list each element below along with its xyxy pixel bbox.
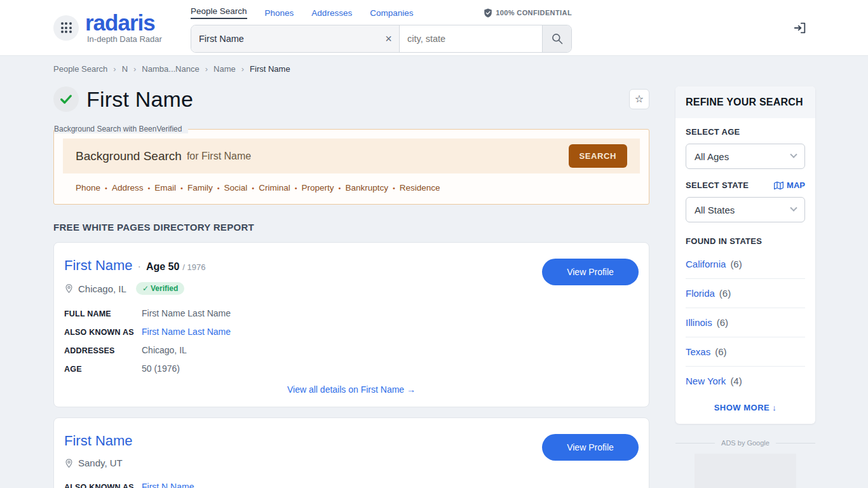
- location-search-input[interactable]: [400, 25, 542, 52]
- aka-link[interactable]: First Name Last Name: [142, 327, 231, 337]
- banner-subtitle: for First Name: [187, 151, 251, 162]
- aka-link[interactable]: First N Name: [142, 482, 194, 488]
- banner-link-criminal[interactable]: Criminal: [259, 183, 301, 193]
- person-location: Sandy, UT: [78, 458, 123, 468]
- confidential-label: 100% CONFIDENTIAL: [496, 9, 572, 17]
- banner-link-residence[interactable]: Residence: [400, 183, 440, 193]
- breadcrumb: People Search N Namba...Nance Name First…: [0, 56, 868, 74]
- state-item-illinois: Illinois (6): [686, 308, 805, 337]
- logo-tagline: In-depth Data Radar: [87, 34, 162, 44]
- main-nav: People Search Phones Addresses Companies…: [191, 5, 572, 20]
- banner-title: Background Search: [76, 149, 182, 163]
- found-in-states-label: FOUND IN STATES: [686, 236, 805, 246]
- breadcrumb-people-search[interactable]: People Search: [53, 64, 122, 74]
- banner-link-social[interactable]: Social: [224, 183, 259, 193]
- state-list: California (6) Florida (6) Illinois (6) …: [686, 250, 805, 395]
- star-icon: ☆: [635, 94, 644, 104]
- refine-search-panel: REFINE YOUR SEARCH SELECT AGE All Ages S…: [675, 86, 815, 424]
- banner-link-address[interactable]: Address: [112, 183, 154, 193]
- ad-placeholder: [695, 454, 796, 488]
- detail-row-also-known-as: ALSO KNOWN AS First N Name: [64, 482, 639, 488]
- login-icon: [793, 21, 807, 35]
- search-icon: [551, 32, 564, 45]
- favorite-button[interactable]: ☆: [629, 89, 649, 109]
- section-heading: FREE WHITE PAGES DIRECTORY REPORT: [53, 222, 649, 233]
- person-name-link[interactable]: First Name: [64, 433, 133, 449]
- state-select[interactable]: All States: [686, 197, 805, 222]
- name-search-input[interactable]: [191, 25, 378, 52]
- confidential-badge: 100% CONFIDENTIAL: [484, 8, 572, 18]
- page-title-row: First Name ☆: [53, 86, 649, 112]
- breadcrumb-name[interactable]: Name: [214, 64, 250, 74]
- chevron-down-icon: [790, 205, 797, 212]
- ads-divider: ADS by Google: [675, 439, 815, 447]
- view-profile-button[interactable]: View Profile: [542, 259, 639, 285]
- logo-text[interactable]: radaris: [85, 12, 162, 34]
- banner-search-button[interactable]: SEARCH: [569, 144, 628, 168]
- age-select[interactable]: All Ages: [686, 144, 805, 169]
- banner-link-phone[interactable]: Phone: [76, 183, 112, 193]
- header-search-area: People Search Phones Addresses Companies…: [191, 5, 572, 53]
- banner-link-bankruptcy[interactable]: Bankruptcy: [345, 183, 399, 193]
- banner-legend: Background Search with BeenVerified: [54, 125, 188, 133]
- state-item-new-york: New York (4): [686, 367, 805, 395]
- banner-link-property[interactable]: Property: [302, 183, 346, 193]
- state-item-texas: Texas (6): [686, 337, 805, 367]
- view-profile-button[interactable]: View Profile: [542, 434, 639, 461]
- banner-category-links: PhoneAddressEmailFamilySocialCriminalPro…: [63, 173, 640, 196]
- chevron-down-icon: [790, 151, 797, 158]
- detail-row-also-known-as: ALSO KNOWN AS First Name Last Name: [64, 327, 639, 337]
- state-item-california: California (6): [686, 250, 805, 279]
- logo[interactable]: radaris In-depth Data Radar: [53, 0, 162, 55]
- map-link[interactable]: MAP: [774, 180, 805, 190]
- check-icon: ✓: [142, 284, 149, 293]
- breadcrumb-range[interactable]: Namba...Nance: [142, 64, 214, 74]
- nav-tab-companies[interactable]: Companies: [370, 8, 413, 18]
- clear-search-icon[interactable]: ×: [378, 25, 400, 52]
- page-title: First Name: [86, 87, 193, 112]
- person-name-link[interactable]: First Name: [64, 257, 133, 274]
- nav-tab-addresses[interactable]: Addresses: [311, 8, 352, 18]
- ads-label: ADS by Google: [721, 439, 770, 447]
- person-age: Age 50: [146, 261, 179, 273]
- detail-row-full-name: FULL NAME First Name Last Name: [64, 308, 639, 318]
- select-age-label: SELECT AGE: [686, 127, 805, 137]
- detail-row-addresses: ADDRESSES Chicago, IL: [64, 345, 639, 355]
- location-pin-icon: [64, 283, 74, 294]
- person-location: Chicago, IL: [78, 283, 126, 294]
- banner-link-email[interactable]: Email: [154, 183, 187, 193]
- login-button[interactable]: [793, 21, 807, 35]
- result-card: First Name View Profile Sandy, UT ALSO K…: [53, 417, 649, 488]
- result-card: First Name · Age 50 / 1976 View Profile …: [53, 242, 649, 407]
- verified-check-icon: [53, 86, 79, 112]
- refine-search-title: REFINE YOUR SEARCH: [686, 97, 805, 108]
- view-all-details-link[interactable]: View all details on First Name →: [287, 384, 416, 395]
- arrow-right-icon: →: [407, 384, 416, 395]
- header: radaris In-depth Data Radar People Searc…: [0, 0, 868, 56]
- banner-link-family[interactable]: Family: [187, 183, 224, 193]
- breadcrumb-n[interactable]: N: [122, 64, 142, 74]
- breadcrumb-current: First Name: [250, 64, 290, 74]
- apps-grid-icon[interactable]: [53, 15, 79, 41]
- search-bar: ×: [191, 25, 572, 53]
- person-birth-year: / 1976: [182, 262, 205, 272]
- show-more-button[interactable]: SHOW MORE ↓: [686, 398, 805, 414]
- background-search-banner: Background Search with BeenVerified Back…: [53, 129, 649, 205]
- verified-badge: ✓Verified: [136, 282, 184, 295]
- map-icon: [774, 181, 783, 190]
- nav-tab-phones[interactable]: Phones: [265, 8, 294, 18]
- nav-tab-people-search[interactable]: People Search: [191, 6, 247, 19]
- detail-row-age: AGE 50 (1976): [64, 363, 639, 374]
- select-state-label: SELECT STATE: [686, 180, 749, 190]
- location-pin-icon: [64, 458, 74, 468]
- shield-check-icon: [484, 8, 492, 18]
- search-submit-button[interactable]: [542, 25, 571, 52]
- state-item-florida: Florida (6): [686, 279, 805, 308]
